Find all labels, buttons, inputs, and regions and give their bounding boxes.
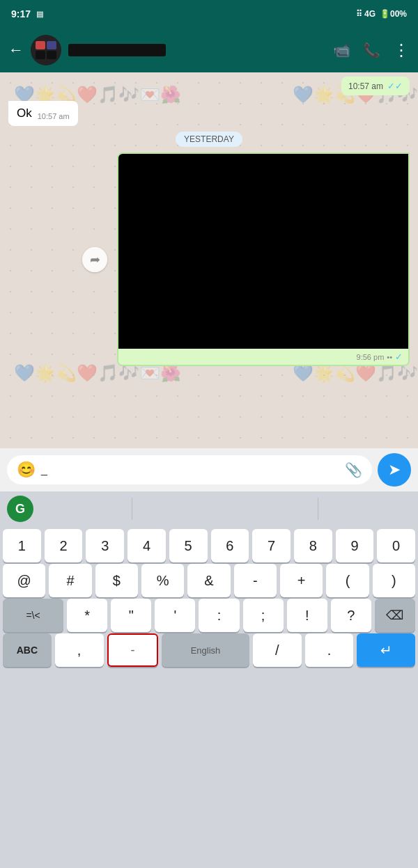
partial-incoming-bubble: 10:57 am ✓✓ [341,77,410,95]
video-bubble-container: ➦ 9:56 pm •• ✓ [117,152,410,366]
contact-name-area[interactable] [68,44,326,56]
send-icon: ➤ [388,461,401,479]
kb-row-symbols1: @ # $ % & - + ( ) [3,564,415,597]
status-bar: 9:17 ▤ ⠿ 4G 🔋00% [0,0,418,28]
kb-row-numbers: 1 2 3 4 5 6 7 8 9 0 [3,529,415,562]
key-hash[interactable]: # [49,564,91,597]
key-9[interactable]: 9 [336,529,374,562]
contact-name-redacted [68,44,166,56]
video-footer: 9:56 pm •• ✓ [118,349,408,365]
key-2[interactable]: 2 [45,529,83,562]
video-read-ticks: ✓ [395,352,403,362]
video-call-icon[interactable]: 📹 [333,42,350,58]
key-5[interactable]: 5 [169,529,208,562]
key-4[interactable]: 4 [127,529,166,562]
more-options-icon[interactable]: ⋮ [393,40,410,60]
time-display: 9:17 [11,8,31,19]
ok-bubble: Ok 10:57 am [8,101,78,126]
keyboard-strip-dividers [39,498,411,520]
key-exclaim[interactable]: ! [287,599,327,632]
emoji-button[interactable]: 😊 [17,461,36,479]
kb-row-bottom: ABC , - English / . ↵ [3,633,415,667]
grammarly-button[interactable]: G [7,496,33,522]
key-abc[interactable]: ABC [3,633,52,667]
forward-button[interactable]: ➦ [82,247,107,272]
key-semicolon[interactable]: ; [243,599,284,632]
video-bubble[interactable]: 9:56 pm •• ✓ [117,152,410,366]
key-0[interactable]: 0 [377,529,415,562]
input-bar: 😊 _ 📎 ➤ [0,448,418,491]
status-time: 9:17 ▤ [11,8,43,19]
strip-divider-2 [318,498,318,520]
key-6[interactable]: 6 [211,529,249,562]
key-dquote[interactable]: " [111,599,151,632]
video-thumbnail[interactable] [118,154,408,349]
kb-row-symbols2: =\< * " ' : ; ! ? ⌫ [3,599,415,632]
key-special-chars[interactable]: =\< [3,599,63,632]
key-percent[interactable]: % [141,564,184,597]
network-signal: ⠿ 4G [356,9,376,19]
attach-button[interactable]: 📎 [345,461,362,478]
key-question[interactable]: ? [331,599,371,632]
avatar[interactable] [31,35,61,65]
video-time: 9:56 pm [357,353,385,361]
chat-header: ← 📹 📞 ⋮ [0,28,418,72]
header-action-icons: 📹 📞 ⋮ [333,40,410,60]
key-enter[interactable]: ↵ [357,633,415,667]
key-3[interactable]: 3 [86,529,124,562]
key-comma[interactable]: , [55,633,104,667]
key-plus[interactable]: + [280,564,323,597]
key-1[interactable]: 1 [3,529,41,562]
input-field-container[interactable]: 😊 _ 📎 [7,455,372,484]
signal-icon: ▤ [36,10,43,19]
ok-text: Ok [17,106,32,120]
date-separator: YESTERDAY [176,132,242,147]
key-close-paren[interactable]: ) [373,564,415,597]
voice-call-icon[interactable]: 📞 [363,42,380,58]
strip-divider-1 [132,498,132,520]
status-right: ⠿ 4G 🔋00% [356,9,407,19]
keyboard-rows: 1 2 3 4 5 6 7 8 9 0 @ # $ % & - + ( ) =\… [0,526,418,868]
backspace-key[interactable]: ⌫ [375,599,415,632]
message-input[interactable]: _ [41,464,339,476]
key-open-paren[interactable]: ( [326,564,369,597]
key-asterisk[interactable]: * [67,599,107,632]
video-dots: •• [387,353,392,361]
key-7[interactable]: 7 [252,529,291,562]
key-period[interactable]: . [305,633,354,667]
key-8[interactable]: 8 [294,529,332,562]
read-ticks: ✓✓ [387,81,403,91]
battery-icon: 🔋00% [380,9,407,19]
grammarly-label: G [15,502,25,516]
send-button[interactable]: ➤ [378,453,411,487]
key-language[interactable]: English [162,633,249,667]
chat-area: 10:57 am ✓✓ Ok 10:57 am YESTERDAY ➦ 9:56… [0,72,418,448]
key-dollar[interactable]: $ [95,564,138,597]
key-at[interactable]: @ [3,564,45,597]
key-ampersand[interactable]: & [187,564,230,597]
key-minus[interactable]: - [234,564,277,597]
key-dash-space[interactable]: - [107,633,159,667]
key-squote[interactable]: ' [155,599,195,632]
partial-bubble-time: 10:57 am [348,81,383,91]
keyboard-area: G 1 2 3 4 5 6 7 8 9 0 @ # $ % & - + [0,491,418,868]
key-slash[interactable]: / [253,633,302,667]
keyboard-top-strip: G [0,491,418,526]
ok-time: 10:57 am [38,112,70,120]
back-button[interactable]: ← [8,41,24,59]
key-colon[interactable]: : [199,599,239,632]
